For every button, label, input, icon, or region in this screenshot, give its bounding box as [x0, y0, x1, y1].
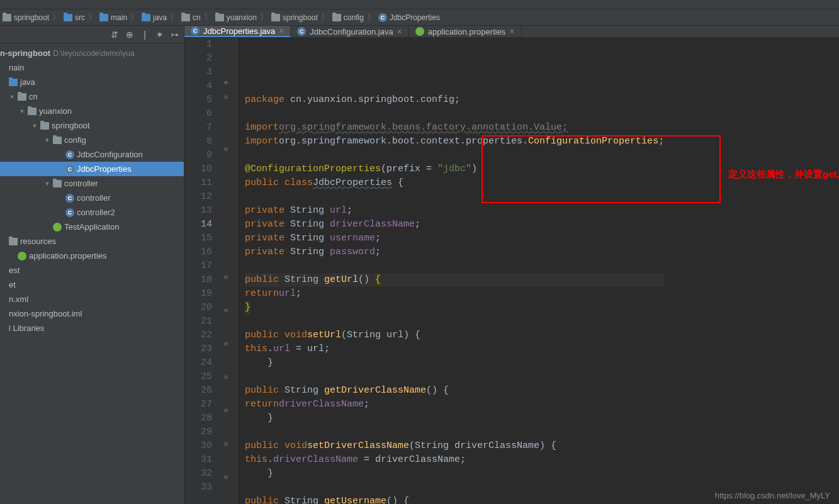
- code-line[interactable]: }: [245, 412, 664, 425]
- code-line[interactable]: package cn.yuanxion.springboot.config;: [245, 93, 664, 107]
- fold-icon[interactable]: ⊟: [220, 404, 232, 418]
- tree-toggle-icon[interactable]: ▼: [31, 123, 38, 129]
- tree-toggle-icon[interactable]: ▼: [44, 181, 50, 187]
- breadcrumb-item[interactable]: springboot: [3, 13, 49, 22]
- fold-gutter[interactable]: ⊞⊟⊟⊟⊟⊟⊟⊟⊟⊟⊟⊟⊟: [220, 38, 237, 504]
- code-line[interactable]: public String getUsername() {: [245, 495, 664, 504]
- chevron-right-icon: 〉: [260, 12, 268, 23]
- breadcrumb-item[interactable]: config: [332, 13, 364, 22]
- tree-item[interactable]: application.properties: [0, 249, 184, 263]
- code-line[interactable]: @ConfigurationProperties(prefix = "jdbc"…: [245, 162, 664, 176]
- breadcrumb-item[interactable]: yuanxion: [215, 13, 257, 22]
- code-line[interactable]: [245, 481, 664, 495]
- code-line[interactable]: this.url = url;: [245, 342, 664, 356]
- code-line[interactable]: public String getDriverClassName() {: [245, 384, 664, 398]
- tree-item[interactable]: TestApplication: [0, 220, 184, 234]
- code-line[interactable]: [245, 425, 664, 439]
- fold-icon: [220, 213, 232, 227]
- tree-item[interactable]: ▼config: [0, 133, 184, 147]
- code-line[interactable]: [245, 315, 664, 328]
- close-icon[interactable]: ×: [397, 26, 402, 36]
- tree-item[interactable]: nxion-springboot.iml: [0, 306, 184, 321]
- code-line[interactable]: [245, 107, 664, 121]
- breadcrumb-item[interactable]: springboot: [271, 13, 318, 22]
- close-icon[interactable]: ×: [509, 26, 514, 36]
- code-line[interactable]: public class JdbcProperties {: [245, 176, 664, 190]
- tree-toggle-icon[interactable]: ▼: [19, 108, 25, 115]
- code-line[interactable]: [245, 370, 664, 384]
- project-tree[interactable]: n-springboot D:\leyou\code\demo\yuanainj…: [0, 43, 184, 338]
- editor-tab[interactable]: CJdbcProperties.java×: [184, 26, 291, 37]
- tree-item[interactable]: resources: [0, 234, 184, 249]
- breadcrumb-item[interactable]: cn: [181, 13, 201, 22]
- fold-icon[interactable]: ⊟: [220, 143, 232, 157]
- fold-icon[interactable]: ⊟: [220, 271, 232, 284]
- class-icon: C: [65, 194, 74, 203]
- breadcrumb-item[interactable]: CJdbcProperties: [378, 13, 440, 22]
- code-line[interactable]: public String getUrl() {: [245, 273, 664, 287]
- target-icon[interactable]: ⊕: [125, 30, 135, 40]
- tree-toggle-icon[interactable]: ▼: [44, 137, 50, 143]
- watermark: https://blog.csdn.net/love_MyLY: [715, 491, 830, 500]
- fold-icon[interactable]: ⊟: [220, 91, 232, 104]
- expand-all-icon[interactable]: ⇵: [110, 30, 120, 40]
- fold-icon[interactable]: ⊞: [220, 76, 232, 90]
- breadcrumb-item[interactable]: java: [142, 13, 167, 22]
- code-line[interactable]: }: [245, 301, 664, 315]
- code-line[interactable]: return url;: [245, 287, 664, 301]
- close-icon[interactable]: ×: [279, 26, 284, 36]
- code-line[interactable]: }: [245, 356, 664, 370]
- class-icon: C: [65, 150, 74, 159]
- class-icon: C: [378, 13, 387, 22]
- chevron-right-icon: 〉: [88, 12, 96, 23]
- code-line[interactable]: private String username;: [245, 232, 664, 245]
- code-line[interactable]: [245, 148, 664, 162]
- tree-item[interactable]: est: [0, 263, 184, 277]
- fold-icon[interactable]: ⊟: [220, 304, 232, 318]
- tree-item[interactable]: l Libraries: [0, 321, 184, 335]
- tree-item[interactable]: et: [0, 277, 184, 292]
- fold-icon[interactable]: ⊟: [220, 337, 232, 351]
- editor-tab[interactable]: application.properties×: [409, 26, 522, 37]
- code-line[interactable]: }: [245, 467, 664, 481]
- folder-icon: [215, 14, 224, 21]
- tree-item[interactable]: Ccontroller2: [0, 205, 184, 220]
- fold-icon[interactable]: ⊟: [220, 471, 232, 484]
- tree-item[interactable]: ▼cn: [0, 89, 184, 104]
- tree-item[interactable]: ▼springboot: [0, 118, 184, 133]
- fold-icon: [220, 251, 232, 265]
- tree-item[interactable]: CJdbcConfiguration: [0, 147, 184, 162]
- tree-item[interactable]: n.xml: [0, 292, 184, 306]
- tree-item[interactable]: java: [0, 75, 184, 89]
- editor-tab[interactable]: CJdbcConfiguration.java×: [291, 26, 408, 37]
- code-line[interactable]: private String password;: [245, 245, 664, 259]
- sidebar-header: ⇵ ⊕ | ✴ ↦: [0, 26, 184, 43]
- code-editor[interactable]: 1234567891011121314151617181920212223242…: [184, 38, 839, 504]
- code-line[interactable]: this.driverClassName = driverClassName;: [245, 453, 664, 467]
- folder-icon: [9, 238, 18, 245]
- tree-item[interactable]: ▼controller: [0, 176, 184, 191]
- code-line[interactable]: private String url;: [245, 204, 664, 218]
- tree-root[interactable]: n-springboot D:\leyou\code\demo\yua: [0, 46, 184, 60]
- tree-item[interactable]: CJdbcProperties: [0, 162, 184, 176]
- collapse-icon[interactable]: ↦: [170, 30, 180, 40]
- fold-icon: [220, 176, 232, 189]
- code-line[interactable]: import org.springframework.boot.context.…: [245, 135, 664, 148]
- code-body[interactable]: 定义这些属性，并设置get,set方法 package cn.yuanxion.…: [237, 38, 664, 504]
- breadcrumb-item[interactable]: src: [64, 13, 85, 22]
- code-line[interactable]: [245, 190, 664, 204]
- code-line[interactable]: public void setDriverClassName(String dr…: [245, 439, 664, 453]
- code-line[interactable]: import org.springframework.beans.factory…: [245, 121, 664, 135]
- gear-icon[interactable]: ✴: [155, 30, 165, 40]
- tree-item[interactable]: nain: [0, 60, 184, 75]
- breadcrumb-item[interactable]: main: [99, 13, 127, 22]
- tree-item[interactable]: Ccontroller: [0, 191, 184, 205]
- tree-item[interactable]: ▼yuanxion: [0, 104, 184, 118]
- code-line[interactable]: private String driverClassName;: [245, 218, 664, 232]
- fold-icon[interactable]: ⊟: [220, 437, 232, 451]
- fold-icon[interactable]: ⊟: [220, 371, 232, 384]
- tree-toggle-icon[interactable]: ▼: [9, 94, 15, 100]
- code-line[interactable]: [245, 259, 664, 273]
- code-line[interactable]: public void setUrl(String url) {: [245, 328, 664, 342]
- code-line[interactable]: return driverClassName;: [245, 398, 664, 412]
